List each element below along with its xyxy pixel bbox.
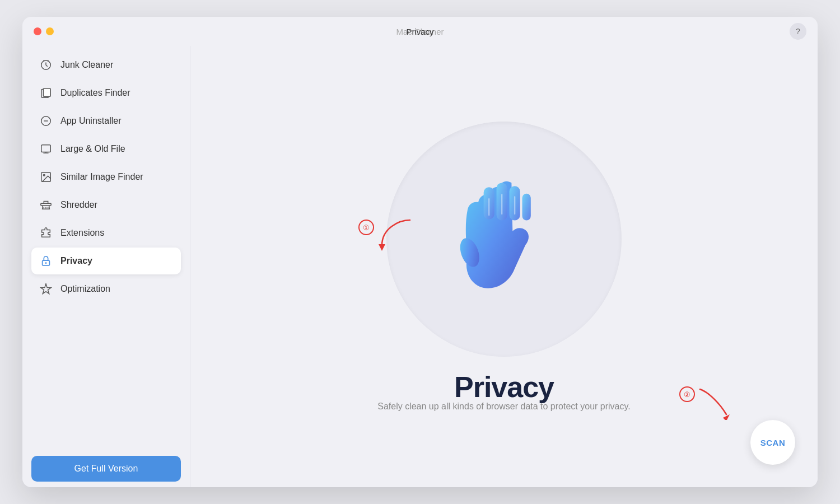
duplicates-icon bbox=[39, 86, 53, 100]
sidebar-item-label: Similar Image Finder bbox=[60, 172, 143, 182]
sidebar-item-label: Junk Cleaner bbox=[60, 60, 113, 70]
similar-image-icon bbox=[39, 170, 53, 184]
app-window: Mac Cleaner Privacy ? Junk Cleaner bbox=[22, 17, 818, 487]
sidebar-item-shredder[interactable]: Shredder bbox=[31, 192, 181, 218]
svg-rect-2 bbox=[43, 88, 50, 97]
hand-icon bbox=[448, 178, 560, 301]
app-uninstaller-icon bbox=[39, 114, 53, 128]
minimize-button[interactable] bbox=[46, 27, 54, 35]
shredder-icon bbox=[39, 198, 53, 212]
svg-point-7 bbox=[43, 174, 45, 176]
traffic-lights bbox=[34, 27, 54, 35]
optimization-icon bbox=[39, 282, 53, 296]
large-old-file-icon bbox=[39, 142, 53, 156]
main-content: Junk Cleaner Duplicates Finder bbox=[22, 46, 818, 487]
sidebar-item-optimization[interactable]: Optimization bbox=[31, 276, 181, 302]
get-full-version-button[interactable]: Get Full Version bbox=[31, 456, 181, 482]
sidebar-item-label: Privacy bbox=[60, 256, 92, 266]
sidebar-item-similar-image-finder[interactable]: Similar Image Finder bbox=[31, 164, 181, 190]
annotation-1: ① bbox=[358, 220, 416, 251]
svg-marker-22 bbox=[379, 244, 385, 251]
annotation-2: ② bbox=[679, 386, 731, 420]
sidebar-item-label: Optimization bbox=[60, 284, 110, 294]
annotation-circle-2: ② bbox=[679, 386, 695, 402]
sidebar-item-extensions[interactable]: Extensions bbox=[31, 220, 181, 246]
page-title: Privacy bbox=[406, 27, 433, 36]
svg-marker-23 bbox=[723, 414, 730, 420]
svg-point-13 bbox=[45, 262, 47, 264]
sidebar-item-label: App Uninstaller bbox=[60, 116, 122, 126]
privacy-illustration bbox=[386, 122, 622, 357]
help-button[interactable]: ? bbox=[790, 23, 806, 40]
content-area: Privacy Safely clean up all kinds of bro… bbox=[377, 122, 630, 412]
main-subtitle: Safely clean up all kinds of browser dat… bbox=[377, 402, 630, 412]
svg-rect-8 bbox=[41, 203, 51, 206]
close-button[interactable] bbox=[34, 27, 41, 35]
scan-button[interactable]: SCAN bbox=[750, 420, 795, 465]
scan-button-container: SCAN bbox=[750, 420, 795, 465]
sidebar-item-junk-cleaner[interactable]: Junk Cleaner bbox=[31, 52, 181, 78]
svg-rect-17 bbox=[522, 194, 531, 221]
sidebar-items: Junk Cleaner Duplicates Finder bbox=[31, 52, 181, 302]
annotation-circle-1: ① bbox=[358, 220, 374, 235]
sidebar: Junk Cleaner Duplicates Finder bbox=[22, 46, 190, 487]
sidebar-item-privacy[interactable]: Privacy bbox=[31, 248, 181, 274]
sidebar-item-app-uninstaller[interactable]: App Uninstaller bbox=[31, 108, 181, 134]
junk-cleaner-icon bbox=[39, 58, 53, 72]
title-bar: Mac Cleaner Privacy ? bbox=[22, 17, 818, 46]
sidebar-item-label: Extensions bbox=[60, 228, 104, 238]
sidebar-item-large-old-file[interactable]: Large & Old File bbox=[31, 136, 181, 162]
privacy-icon bbox=[39, 254, 53, 268]
sidebar-item-label: Duplicates Finder bbox=[60, 88, 130, 98]
sidebar-item-label: Large & Old File bbox=[60, 144, 125, 154]
svg-rect-5 bbox=[41, 145, 51, 152]
main-title: Privacy bbox=[454, 370, 554, 404]
main-panel: Privacy Safely clean up all kinds of bro… bbox=[190, 46, 818, 487]
extensions-icon bbox=[39, 226, 53, 240]
sidebar-item-duplicates-finder[interactable]: Duplicates Finder bbox=[31, 80, 181, 106]
sidebar-item-label: Shredder bbox=[60, 200, 97, 210]
